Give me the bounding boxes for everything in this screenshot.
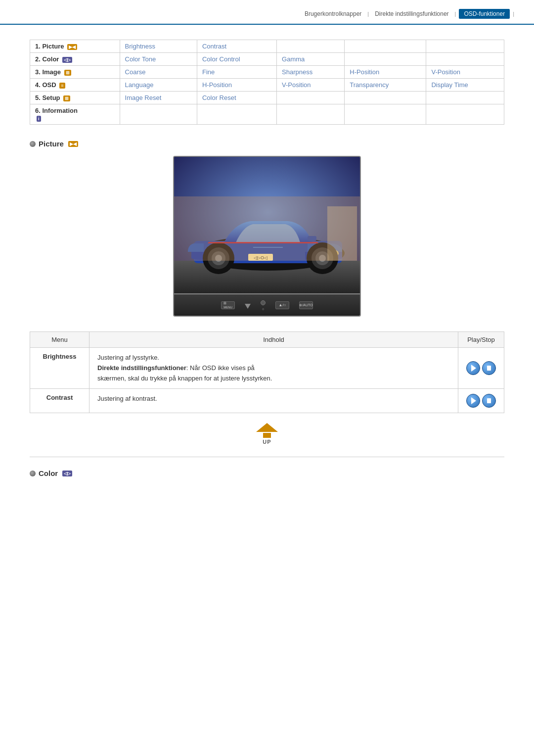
- auto-button[interactable]: ⊕/AUTO: [299, 301, 313, 309]
- sub-language[interactable]: Language: [120, 79, 197, 92]
- sub-info-4: [345, 104, 426, 125]
- contrast-content: Justering af kontrast.: [89, 389, 458, 413]
- brightness-play[interactable]: [466, 361, 480, 375]
- sub-picture-4: [345, 40, 426, 53]
- color-section: Color ◁▷: [30, 469, 504, 477]
- sub-sharpness[interactable]: Sharpness: [277, 66, 345, 79]
- sub-info-5: [426, 104, 504, 125]
- color-badge: ◁▷: [62, 57, 72, 63]
- setup-badge: ⊞: [63, 95, 70, 101]
- picture-section-heading: Picture ▶◀: [30, 140, 504, 148]
- brightness-content: Justering af lysstyrke. Direkte indstill…: [89, 348, 458, 389]
- sub-picture-3: [277, 40, 345, 53]
- nav-sep-1: |: [367, 11, 369, 17]
- sub-info-1: [120, 104, 197, 125]
- contrast-playstop: [458, 389, 504, 413]
- updown-btn-icon: ▲/○: [275, 301, 289, 309]
- up-arrow-stem: [263, 433, 271, 438]
- sub-info-3: [277, 104, 345, 125]
- contrast-label: Contrast: [46, 394, 73, 401]
- sub-setup-4: [345, 92, 426, 104]
- sub-brightness[interactable]: Brightness: [120, 40, 197, 53]
- picture-badge: ▶◀: [67, 44, 77, 50]
- monitor-container: ◁▷O◁ ⊞MENU ○: [173, 156, 361, 317]
- auto-btn-icon: ⊕/AUTO: [299, 301, 313, 309]
- picture-heading-badge: ▶◀: [68, 141, 78, 147]
- sub-colorreset[interactable]: Color Reset: [197, 92, 276, 104]
- up-arrow-container[interactable]: UP: [256, 423, 278, 445]
- menu-item-image[interactable]: 3. Image ⊞: [30, 66, 120, 79]
- play-icon: [471, 365, 476, 372]
- monitor-wrapper: ◁▷O◁ ⊞MENU ○: [30, 156, 504, 317]
- power-button[interactable]: ○: [261, 299, 266, 311]
- sub-imagereset[interactable]: Image Reset: [120, 92, 197, 104]
- sub-color-4: [345, 53, 426, 66]
- down-button[interactable]: [245, 302, 251, 309]
- sub-colorcontrol[interactable]: Color Control: [197, 53, 276, 66]
- brightness-playstop: [458, 348, 504, 389]
- sub-transparency[interactable]: Transparency: [345, 79, 426, 92]
- brightness-stop[interactable]: [482, 361, 496, 375]
- picture-circle-icon: [30, 141, 36, 147]
- info-badge: i: [37, 116, 41, 122]
- sub-vposition-osd[interactable]: V-Position: [277, 79, 345, 92]
- image-badge: ⊞: [64, 70, 71, 76]
- col-indhold: Indhold: [89, 332, 458, 348]
- osd-badge: ≡: [59, 83, 65, 89]
- nav-links: Brugerkontrolknapper | Direkte indstilli…: [302, 9, 514, 19]
- nav-link-brugerkontrol[interactable]: Brugerkontrolknapper: [302, 9, 364, 18]
- brightness-label: Brightness: [43, 353, 77, 360]
- col-playstop: Play/Stop: [458, 332, 504, 348]
- table-row-contrast: Contrast Justering af kontrast.: [30, 389, 504, 413]
- table-row-brightness: Brightness Justering af lysstyrke. Direk…: [30, 348, 504, 389]
- nav-sep-3: |: [513, 11, 514, 17]
- menu-button[interactable]: ⊞MENU: [221, 301, 235, 309]
- color-circle-icon: [30, 471, 36, 476]
- menu-item-setup[interactable]: 5. Setup ⊞: [30, 92, 120, 104]
- nav-link-direkte[interactable]: Direkte indstillingsfunktioner: [372, 9, 451, 18]
- main-content: 1. Picture ▶◀ Brightness Contrast 2. Col…: [0, 40, 534, 505]
- sub-picture-5: [426, 40, 504, 53]
- sub-displaytime[interactable]: Display Time: [426, 79, 504, 92]
- down-btn-icon: [245, 304, 251, 309]
- brightness-line2: : Når OSD ikke vises på: [186, 364, 255, 372]
- menu-item-information[interactable]: 6. Information i: [30, 104, 120, 125]
- menu-item-color[interactable]: 2. Color ◁▷: [30, 53, 120, 66]
- car-svg: ◁▷O◁: [174, 157, 361, 294]
- updown-button[interactable]: ▲/○: [275, 301, 289, 309]
- brightness-menu: Brightness: [30, 348, 89, 389]
- section-divider: [30, 457, 504, 457]
- sub-setup-3: [277, 92, 345, 104]
- col-menu: Menu: [30, 332, 89, 348]
- color-section-heading: Color ◁▷: [30, 469, 504, 477]
- sub-gamma[interactable]: Gamma: [277, 53, 345, 66]
- sub-colortone[interactable]: Color Tone: [120, 53, 197, 66]
- picture-heading-label: Picture: [39, 140, 64, 148]
- monitor-screen: ◁▷O◁: [173, 156, 361, 294]
- power-btn-icon: [261, 300, 266, 305]
- nav-link-osd[interactable]: OSD-funktioner: [459, 9, 510, 19]
- content-table: Menu Indhold Play/Stop Brightness Juster…: [30, 331, 504, 413]
- sub-contrast[interactable]: Contrast: [197, 40, 276, 53]
- menu-item-osd[interactable]: 4. OSD ≡: [30, 79, 120, 92]
- sub-coarse[interactable]: Coarse: [120, 66, 197, 79]
- sub-hposition-osd[interactable]: H-Position: [197, 79, 276, 92]
- menu-item-picture[interactable]: 1. Picture ▶◀: [30, 40, 120, 53]
- contrast-play[interactable]: [466, 394, 480, 408]
- sub-hposition-img[interactable]: H-Position: [345, 66, 426, 79]
- brightness-line3: skærmen, skal du trykke på knappen for a…: [97, 375, 272, 382]
- play-icon-2: [471, 397, 476, 404]
- sub-vposition-img[interactable]: V-Position: [426, 66, 504, 79]
- contrast-stop[interactable]: [482, 394, 496, 408]
- contrast-menu: Contrast: [30, 389, 89, 413]
- menu-btn-icon: ⊞MENU: [221, 301, 235, 309]
- sub-color-5: [426, 53, 504, 66]
- stop-icon-2: [487, 398, 491, 403]
- sub-info-2: [197, 104, 276, 125]
- brightness-bold: Direkte indstillingsfunktioner: [97, 364, 186, 372]
- navigation-table: 1. Picture ▶◀ Brightness Contrast 2. Col…: [30, 40, 504, 125]
- sub-fine[interactable]: Fine: [197, 66, 276, 79]
- color-heading-label: Color: [39, 469, 58, 477]
- svg-rect-19: [327, 206, 357, 261]
- color-heading-badge: ◁▷: [62, 471, 72, 476]
